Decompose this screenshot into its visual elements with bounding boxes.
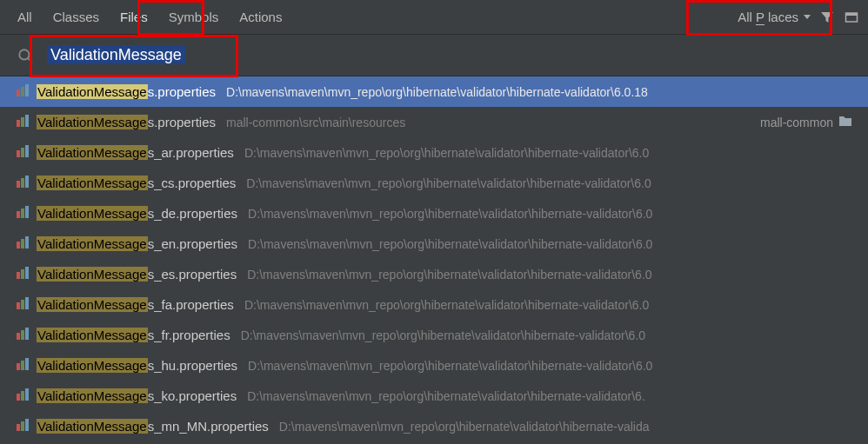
svg-rect-13 bbox=[17, 181, 20, 188]
result-filename: ValidationMessages_de.properties bbox=[37, 206, 237, 221]
svg-rect-37 bbox=[17, 424, 20, 431]
tab-actions[interactable]: Actions bbox=[239, 0, 282, 34]
svg-rect-23 bbox=[21, 269, 24, 279]
tab-files[interactable]: Files bbox=[120, 0, 148, 34]
svg-rect-11 bbox=[21, 148, 24, 157]
properties-file-icon bbox=[16, 175, 30, 191]
result-path: D:\mavens\maven\mvn_repo\org\hibernate\v… bbox=[247, 389, 645, 403]
svg-rect-5 bbox=[21, 87, 24, 96]
svg-rect-9 bbox=[25, 115, 29, 127]
search-row: ValidationMessage bbox=[0, 35, 868, 76]
result-filename: ValidationMessages.properties bbox=[37, 84, 216, 99]
properties-file-icon bbox=[16, 114, 30, 130]
result-row[interactable]: ValidationMessages.propertiesD:\mavens\m… bbox=[0, 76, 868, 107]
svg-rect-28 bbox=[17, 333, 20, 340]
result-row[interactable]: ValidationMessages_en.propertiesD:\maven… bbox=[0, 229, 868, 259]
result-filename: ValidationMessages_fr.properties bbox=[37, 328, 230, 342]
result-row[interactable]: ValidationMessages.propertiesmall-common… bbox=[0, 107, 868, 137]
properties-file-icon bbox=[16, 296, 30, 313]
properties-file-icon bbox=[16, 205, 30, 222]
search-input[interactable]: ValidationMessage bbox=[47, 46, 185, 64]
svg-rect-17 bbox=[21, 209, 24, 218]
folder-icon bbox=[838, 115, 852, 129]
result-module: mall-common bbox=[760, 115, 852, 129]
svg-line-3 bbox=[28, 58, 32, 63]
properties-file-icon bbox=[16, 83, 30, 100]
properties-file-icon bbox=[16, 357, 30, 374]
svg-rect-20 bbox=[21, 239, 24, 249]
svg-rect-35 bbox=[21, 391, 24, 401]
search-icon bbox=[17, 48, 33, 63]
result-path: D:\mavens\maven\mvn_repo\org\hibernate\v… bbox=[244, 146, 649, 160]
result-path: D:\mavens\maven\mvn_repo\org\hibernate\v… bbox=[246, 176, 651, 190]
svg-rect-8 bbox=[21, 117, 24, 127]
result-filename: ValidationMessages_en.properties bbox=[37, 236, 237, 251]
result-filename: ValidationMessages_hu.properties bbox=[37, 358, 237, 373]
svg-rect-30 bbox=[25, 328, 29, 340]
result-path: mall-common\src\main\resources bbox=[226, 116, 405, 129]
tab-symbols[interactable]: Symbols bbox=[169, 0, 219, 34]
svg-rect-10 bbox=[17, 150, 20, 157]
result-row[interactable]: ValidationMessages_ko.propertiesD:\maven… bbox=[0, 381, 868, 411]
properties-file-icon bbox=[16, 144, 30, 161]
result-row[interactable]: ValidationMessages_hu.propertiesD:\maven… bbox=[0, 350, 868, 381]
result-filename: ValidationMessages_es.properties bbox=[37, 267, 237, 282]
result-filename: ValidationMessages_cs.properties bbox=[37, 176, 236, 190]
svg-rect-16 bbox=[17, 211, 20, 218]
svg-rect-12 bbox=[25, 145, 29, 157]
svg-rect-7 bbox=[17, 120, 20, 127]
open-in-window-icon[interactable] bbox=[844, 10, 859, 25]
result-row[interactable]: ValidationMessages_ar.propertiesD:\maven… bbox=[0, 137, 868, 168]
result-row[interactable]: ValidationMessages_fr.propertiesD:\maven… bbox=[0, 320, 868, 350]
result-row[interactable]: ValidationMessages_es.propertiesD:\maven… bbox=[0, 259, 868, 289]
tab-bar: All Classes Files Symbols Actions bbox=[17, 0, 282, 34]
svg-rect-39 bbox=[25, 419, 29, 431]
svg-rect-31 bbox=[17, 363, 20, 370]
result-path: D:\mavens\maven\mvn_repo\org\hibernate\v… bbox=[247, 268, 651, 282]
svg-point-2 bbox=[19, 50, 29, 59]
result-path: D:\mavens\maven\mvn_repo\org\hibernate\v… bbox=[241, 328, 645, 342]
svg-rect-14 bbox=[21, 178, 24, 188]
svg-rect-36 bbox=[25, 388, 29, 401]
svg-rect-21 bbox=[25, 236, 29, 249]
result-row[interactable]: ValidationMessages_de.propertiesD:\maven… bbox=[0, 198, 868, 229]
result-filename: ValidationMessages_mn_MN.properties bbox=[37, 419, 269, 434]
properties-file-icon bbox=[16, 388, 30, 404]
svg-rect-33 bbox=[25, 358, 29, 370]
result-path: D:\mavens\maven\mvn_repo\org\hibernate\v… bbox=[244, 298, 649, 312]
svg-rect-6 bbox=[25, 84, 29, 96]
filter-icon[interactable] bbox=[819, 10, 835, 25]
svg-rect-27 bbox=[25, 297, 29, 309]
svg-rect-26 bbox=[21, 300, 24, 309]
result-row[interactable]: ValidationMessages_fa.propertiesD:\maven… bbox=[0, 289, 868, 320]
svg-rect-15 bbox=[25, 176, 29, 188]
svg-rect-38 bbox=[21, 421, 24, 431]
svg-rect-18 bbox=[25, 206, 29, 218]
result-filename: ValidationMessages_ar.properties bbox=[37, 145, 234, 160]
result-row[interactable]: ValidationMessages_cs.propertiesD:\maven… bbox=[0, 168, 868, 198]
result-filename: ValidationMessages_fa.properties bbox=[37, 297, 234, 312]
result-path: D:\mavens\maven\mvn_repo\org\hibernate\v… bbox=[248, 359, 652, 373]
svg-rect-1 bbox=[846, 13, 858, 16]
svg-rect-24 bbox=[25, 267, 29, 279]
svg-rect-19 bbox=[17, 242, 20, 249]
header-right-controls: All Places bbox=[738, 0, 859, 34]
tab-classes[interactable]: Classes bbox=[53, 0, 99, 34]
result-row[interactable]: ValidationMessages_mn_MN.propertiesD:\ma… bbox=[0, 411, 868, 441]
svg-rect-25 bbox=[17, 302, 20, 309]
svg-rect-29 bbox=[21, 330, 24, 340]
result-path: D:\mavens\maven\mvn_repo\org\hibernate\v… bbox=[279, 420, 650, 434]
result-path: D:\mavens\maven\mvn_repo\org\hibernate\v… bbox=[248, 237, 652, 251]
properties-file-icon bbox=[16, 235, 30, 252]
result-path: D:\mavens\maven\mvn_repo\org\hibernate\v… bbox=[226, 85, 648, 99]
search-dialog-header: All Classes Files Symbols Actions All Pl… bbox=[0, 0, 868, 35]
properties-file-icon bbox=[16, 418, 30, 434]
results-list: ValidationMessages.propertiesD:\mavens\m… bbox=[0, 76, 868, 441]
chevron-down-icon bbox=[804, 15, 811, 19]
scope-selector[interactable]: All Places bbox=[738, 10, 811, 24]
svg-rect-4 bbox=[17, 89, 20, 96]
svg-rect-32 bbox=[21, 361, 24, 370]
result-filename: ValidationMessages.properties bbox=[37, 115, 216, 129]
svg-rect-34 bbox=[17, 394, 20, 401]
tab-all[interactable]: All bbox=[17, 0, 32, 34]
